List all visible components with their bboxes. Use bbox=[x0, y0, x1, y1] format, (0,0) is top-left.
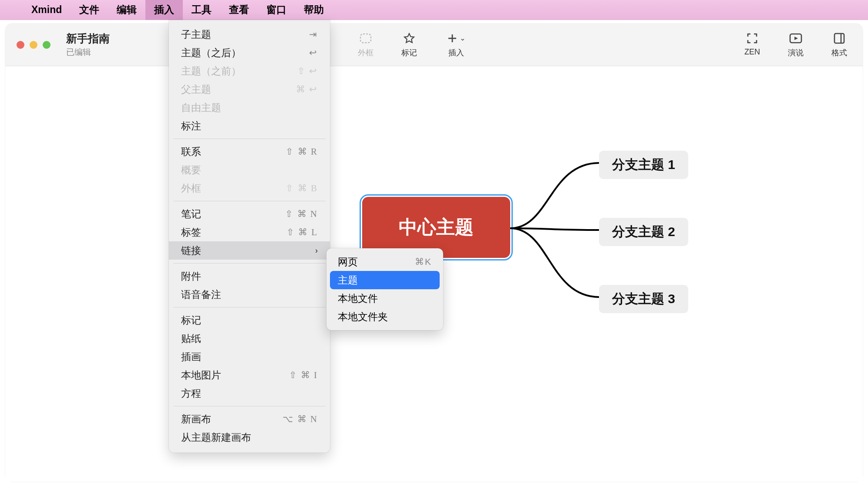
menu-item-label: 外框 bbox=[181, 182, 201, 195]
menu-item-本地图片[interactable]: 本地图片⇧ ⌘ I bbox=[169, 366, 330, 384]
menu-item-语音备注[interactable]: 语音备注 bbox=[169, 285, 330, 304]
boundary-label: 外框 bbox=[358, 47, 373, 58]
document-status: 已编辑 bbox=[66, 47, 145, 58]
menubar-item-view[interactable]: 查看 bbox=[220, 0, 258, 20]
menu-item-label: 方程 bbox=[181, 387, 201, 400]
format-icon bbox=[834, 32, 845, 45]
menu-item-新画布[interactable]: 新画布⌥ ⌘ N bbox=[169, 410, 330, 428]
menubar-item-tools[interactable]: 工具 bbox=[183, 0, 220, 20]
marker-label: 标记 bbox=[401, 47, 417, 58]
insert-label: 插入 bbox=[448, 47, 464, 58]
menu-separator bbox=[173, 139, 326, 139]
menubar-item-edit[interactable]: 编辑 bbox=[108, 0, 145, 20]
menubar-item-file[interactable]: 文件 bbox=[71, 0, 108, 20]
submenu-item-本地文件夹[interactable]: 本地文件夹 bbox=[330, 308, 440, 326]
submenu-item-网页[interactable]: 网页⌘K bbox=[330, 253, 440, 271]
minimize-button[interactable] bbox=[30, 41, 37, 49]
document-title: 新手指南 bbox=[66, 31, 145, 46]
format-button[interactable]: 格式 bbox=[827, 32, 851, 58]
branch-topic-3[interactable]: 分支主题 3 bbox=[599, 285, 688, 313]
menu-item-链接[interactable]: 链接› bbox=[169, 241, 330, 260]
menu-shortcut: ⇥ bbox=[309, 29, 318, 40]
close-button[interactable] bbox=[17, 41, 24, 49]
menu-item-主题（之后）[interactable]: 主题（之后）↩ bbox=[169, 44, 330, 62]
menu-item-标签[interactable]: 标签⇧ ⌘ L bbox=[169, 223, 330, 241]
svg-rect-3 bbox=[360, 34, 371, 43]
submenu-item-本地文件[interactable]: 本地文件 bbox=[330, 289, 440, 308]
menu-shortcut: ⇧ ⌘ B bbox=[286, 183, 318, 194]
branch-topic-2[interactable]: 分支主题 2 bbox=[599, 218, 688, 246]
zen-label: ZEN bbox=[744, 47, 760, 57]
toolbar-right-group: ZEN演说格式 bbox=[740, 32, 851, 58]
menu-separator bbox=[173, 406, 326, 406]
branch-topic-1[interactable]: 分支主题 1 bbox=[599, 151, 688, 179]
menu-item-label: 标注 bbox=[181, 119, 201, 133]
insert-icon: ⌄ bbox=[447, 32, 465, 45]
chevron-down-icon: ⌄ bbox=[460, 34, 465, 42]
boundary-button: 外框 bbox=[353, 32, 378, 58]
menu-item-标记[interactable]: 标记 bbox=[169, 311, 330, 329]
menu-item-标注[interactable]: 标注 bbox=[169, 117, 330, 135]
menu-item-label: 新画布 bbox=[181, 413, 211, 426]
menu-shortcut: ⇧ ⌘ I bbox=[289, 370, 318, 381]
menu-item-概要: 概要 bbox=[169, 161, 330, 179]
menubar-item-help[interactable]: 帮助 bbox=[295, 0, 333, 20]
menu-item-label: 主题（之后） bbox=[181, 46, 241, 60]
menu-item-label: 自由主题 bbox=[181, 101, 221, 115]
menu-item-笔记[interactable]: 笔记⇧ ⌘ N bbox=[169, 205, 330, 223]
menu-item-贴纸[interactable]: 贴纸 bbox=[169, 329, 330, 348]
svg-rect-7 bbox=[834, 34, 844, 43]
menu-shortcut: ⇧ ⌘ R bbox=[286, 146, 318, 157]
menu-item-方程[interactable]: 方程 bbox=[169, 384, 330, 402]
menu-separator bbox=[173, 263, 326, 264]
menu-shortcut: ↩ bbox=[309, 47, 318, 58]
menu-item-label: 本地图片 bbox=[181, 369, 221, 382]
menu-item-label: 概要 bbox=[181, 163, 201, 177]
chevron-right-icon: › bbox=[315, 246, 318, 255]
marker-icon bbox=[404, 32, 415, 45]
menu-shortcut: ⇧ ⌘ N bbox=[285, 209, 318, 220]
menu-item-label: 链接 bbox=[181, 244, 201, 257]
menu-item-label: 联系 bbox=[181, 145, 201, 159]
menu-item-label: 插画 bbox=[181, 350, 201, 364]
submenu-item-label: 主题 bbox=[338, 274, 358, 287]
menu-shortcut: ⌘K bbox=[415, 257, 432, 267]
document-title-block: 新手指南 已编辑 bbox=[66, 31, 145, 58]
menu-separator bbox=[173, 201, 326, 201]
menu-separator bbox=[173, 307, 326, 308]
menu-item-label: 笔记 bbox=[181, 207, 201, 221]
menu-item-label: 附件 bbox=[181, 270, 201, 283]
present-label: 演说 bbox=[788, 47, 804, 58]
menu-item-联系[interactable]: 联系⇧ ⌘ R bbox=[169, 142, 330, 161]
app-menu-item[interactable]: Xmind bbox=[23, 0, 71, 20]
boundary-icon bbox=[360, 32, 372, 45]
menu-shortcut: ⌥ ⌘ N bbox=[283, 414, 318, 425]
menu-item-主题（之前）: 主题（之前）⇧ ↩ bbox=[169, 62, 330, 80]
insert-dropdown[interactable]: 子主题⇥主题（之后）↩主题（之前）⇧ ↩父主题⌘ ↩自由主题标注联系⇧ ⌘ R概… bbox=[169, 20, 330, 453]
menu-item-label: 语音备注 bbox=[181, 288, 221, 301]
menu-item-插画[interactable]: 插画 bbox=[169, 348, 330, 366]
menubar-item-insert[interactable]: 插入 bbox=[145, 0, 183, 20]
submenu-item-主题[interactable]: 主题 bbox=[330, 271, 440, 289]
zoom-button[interactable] bbox=[43, 41, 50, 49]
marker-button[interactable]: 标记 bbox=[397, 32, 421, 58]
submenu-item-label: 本地文件 bbox=[338, 292, 378, 305]
menu-shortcut: ⇧ ↩ bbox=[297, 66, 318, 77]
menu-item-子主题[interactable]: 子主题⇥ bbox=[169, 25, 330, 44]
menu-item-label: 子主题 bbox=[181, 28, 211, 41]
zen-icon bbox=[747, 32, 758, 45]
menu-shortcut: ⌘ ↩ bbox=[296, 84, 318, 95]
present-button[interactable]: 演说 bbox=[784, 32, 808, 58]
menu-item-附件[interactable]: 附件 bbox=[169, 267, 330, 285]
menu-item-label: 标签 bbox=[181, 226, 201, 239]
menu-item-从主题新建画布[interactable]: 从主题新建画布 bbox=[169, 428, 330, 446]
menu-shortcut: ⇧ ⌘ L bbox=[286, 227, 318, 238]
link-submenu[interactable]: 网页⌘K主题本地文件本地文件夹 bbox=[326, 248, 443, 330]
insert-button[interactable]: ⌄插入 bbox=[441, 32, 472, 58]
toolbar: 新手指南 已编辑 子主题联系概要外框标记⌄插入 ZEN演说格式 bbox=[5, 24, 863, 66]
mac-menu-bar: Xmind 文件 编辑 插入 工具 查看 窗口 帮助 bbox=[0, 0, 868, 20]
menubar-item-window[interactable]: 窗口 bbox=[258, 0, 295, 20]
menu-item-label: 标记 bbox=[181, 314, 201, 327]
zen-button[interactable]: ZEN bbox=[740, 32, 764, 57]
present-icon bbox=[789, 32, 802, 45]
